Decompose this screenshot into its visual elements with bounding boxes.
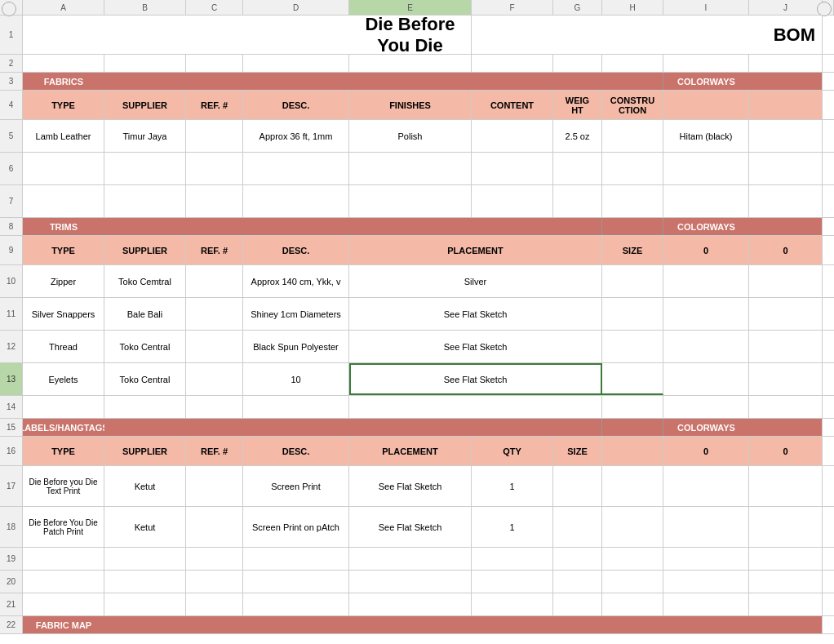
lbl-row-21 bbox=[23, 593, 834, 616]
lbl-r2-type: Die Before You Die Patch Print bbox=[23, 507, 104, 547]
fabric-map-row: FABRIC MAP bbox=[23, 616, 834, 634]
r2c6 bbox=[472, 55, 553, 72]
r2c2 bbox=[104, 55, 186, 72]
trim-r1-supplier: Toko Cemtral bbox=[104, 265, 186, 297]
labels-col-headers: TYPE SUPPLIER REF. # DESC. PLACEMENT QTY… bbox=[23, 437, 834, 466]
col-header-B: B bbox=[104, 0, 186, 15]
spreadsheet-body: 1 2 3 4 5 6 7 8 9 10 11 12 13 14 15 16 1… bbox=[0, 16, 834, 634]
trim-hdr-type: TYPE bbox=[23, 236, 104, 264]
fab-r1-desc: Approx 36 ft, 1mm bbox=[243, 120, 349, 152]
trim-r3-cw0b bbox=[749, 331, 823, 362]
trims-col-headers: TYPE SUPPLIER REF. # DESC. PLACEMENT SIZ… bbox=[23, 236, 834, 265]
row-numbers: 1 2 3 4 5 6 7 8 9 10 11 12 13 14 15 16 1… bbox=[0, 16, 23, 634]
trim-row-14 bbox=[23, 396, 834, 419]
fabric-map-label: FABRIC MAP bbox=[23, 616, 104, 633]
column-headers: A B C D E F G H I J bbox=[0, 0, 834, 16]
lbl-r1-type: Die Before you Die Text Print bbox=[23, 466, 104, 506]
trim-r2-ref bbox=[186, 298, 243, 330]
fab-r1-weight: 2.5 oz bbox=[553, 120, 602, 152]
spreadsheet: A B C D E F G H I J 1 2 3 4 5 6 7 8 9 10… bbox=[0, 0, 834, 634]
col-header-I: I bbox=[663, 0, 749, 15]
trim-r2-supplier: Bale Bali bbox=[104, 298, 186, 330]
trim-r3-cw0a bbox=[663, 331, 749, 362]
bom-cell: BOM bbox=[749, 16, 823, 54]
fab-r1-cw1: Hitam (black) bbox=[663, 120, 749, 152]
trim-r4-type: Eyelets bbox=[23, 363, 104, 395]
trims-label: TRIMS bbox=[23, 218, 104, 235]
fabrics-s5 bbox=[349, 73, 472, 90]
trim-r4-cw0b bbox=[749, 363, 823, 395]
fab-r2-h bbox=[602, 153, 663, 184]
row2-empty bbox=[23, 55, 834, 73]
lbl-r1-placement: See Flat Sketch bbox=[349, 466, 472, 506]
fabrics-s8 bbox=[602, 73, 663, 90]
fab-r2-j bbox=[749, 153, 823, 184]
trim-row-13: Eyelets Toko Central 10 See Flat Sketch bbox=[23, 363, 834, 396]
trim-r1-type: Zipper bbox=[23, 265, 104, 297]
lbl-r2-ph bbox=[602, 507, 663, 547]
title-spacer5 bbox=[553, 16, 602, 54]
trim-r2-size bbox=[602, 298, 663, 330]
r2c9 bbox=[663, 55, 749, 72]
title-row: ARAHANT - Die Before You Die Moto BOM bbox=[23, 16, 834, 55]
trim-r1-ref bbox=[186, 265, 243, 297]
fab-r1-cw2 bbox=[749, 120, 823, 152]
fabrics-s6 bbox=[472, 73, 553, 90]
right-circle[interactable] bbox=[817, 2, 832, 16]
fab-r2-c bbox=[186, 153, 243, 184]
fabrics-colorways2 bbox=[749, 73, 823, 90]
trim-hdr-size: SIZE bbox=[602, 236, 663, 264]
fab-r2-b bbox=[104, 153, 186, 184]
title-text: ARAHANT - Die Before You Die Moto bbox=[356, 16, 464, 54]
corner-circle[interactable] bbox=[2, 2, 16, 16]
lbl-hdr-desc: DESC. bbox=[243, 437, 349, 465]
trim-hdr-cw0a: 0 bbox=[663, 236, 749, 264]
col-header-F: F bbox=[472, 0, 553, 15]
trim-r2-desc: Shiney 1cm Diameters bbox=[243, 298, 349, 330]
lbl-r2-supplier: Ketut bbox=[104, 507, 186, 547]
lbl-r1-desc: Screen Print bbox=[243, 466, 349, 506]
trim-r1-desc: Approx 140 cm, Ykk, v bbox=[243, 265, 349, 297]
trim-hdr-placement: PLACEMENT bbox=[349, 236, 602, 264]
trims-colorways: COLORWAYS bbox=[663, 218, 749, 235]
fab-hdr-construction: CONSTRUCTION bbox=[602, 91, 663, 119]
lbl-hdr-placeholder bbox=[602, 437, 663, 465]
fab-r1-construction bbox=[602, 120, 663, 152]
trim-r4-placement[interactable]: See Flat Sketch bbox=[349, 363, 602, 395]
col-header-G: G bbox=[553, 0, 602, 15]
col-header-C: C bbox=[186, 0, 243, 15]
fab-r2-g bbox=[553, 153, 602, 184]
fab-r2-e bbox=[349, 153, 472, 184]
fab-hdr-cw2 bbox=[749, 91, 823, 119]
trim-r1-size bbox=[602, 265, 663, 297]
title-spacer3 bbox=[243, 16, 349, 54]
lbl-r1-ref bbox=[186, 466, 243, 506]
trim-row-10: Zipper Toko Cemtral Approx 140 cm, Ykk, … bbox=[23, 265, 834, 298]
fabrics-col-headers: TYPE SUPPLIER REF. # DESC. FINISHES CONT… bbox=[23, 91, 834, 120]
trim-r3-size bbox=[602, 331, 663, 362]
fab-r1-supplier: Timur Jaya bbox=[104, 120, 186, 152]
trim-r4-cw0a bbox=[663, 363, 749, 395]
lbl-row-19 bbox=[23, 548, 834, 571]
trim-row-12: Thread Toko Central Black Spun Polyester… bbox=[23, 331, 834, 363]
lbl-row-18: Die Before You Die Patch Print Ketut Scr… bbox=[23, 507, 834, 548]
lbl-r2-cw0b bbox=[749, 507, 823, 547]
col-header-D: D bbox=[243, 0, 349, 15]
fab-hdr-cw1 bbox=[663, 91, 749, 119]
lbl-r1-cw0a bbox=[663, 466, 749, 506]
labels-colorways: COLORWAYS bbox=[663, 419, 749, 436]
trim-r3-desc: Black Spun Polyester bbox=[243, 331, 349, 362]
lbl-hdr-ref: REF. # bbox=[186, 437, 243, 465]
trim-r3-ref bbox=[186, 331, 243, 362]
trim-r1-placement: Silver bbox=[349, 265, 602, 297]
trim-r2-cw0a bbox=[663, 298, 749, 330]
trim-r4-desc: 10 bbox=[243, 363, 349, 395]
trim-r2-cw0b bbox=[749, 298, 823, 330]
lbl-hdr-supplier: SUPPLIER bbox=[104, 437, 186, 465]
title-cell bbox=[23, 16, 104, 54]
trim-r4-supplier: Toko Central bbox=[104, 363, 186, 395]
fab-r2-d bbox=[243, 153, 349, 184]
trim-r4-size bbox=[602, 363, 663, 395]
trim-r3-supplier: Toko Central bbox=[104, 331, 186, 362]
lbl-r2-size bbox=[553, 507, 602, 547]
